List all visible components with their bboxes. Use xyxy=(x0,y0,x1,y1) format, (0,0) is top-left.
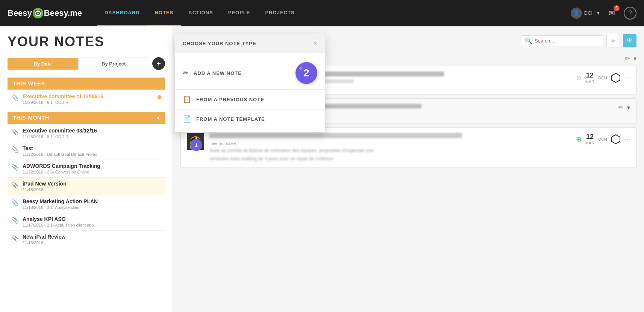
note-title: iPad New Version xyxy=(23,181,161,187)
note-title: Test xyxy=(23,145,161,151)
note-pin-icon: 📎 xyxy=(11,146,19,153)
collapse-card2-icon[interactable]: ▾ xyxy=(627,104,630,111)
note-pin-icon: 📎 xyxy=(11,181,19,189)
choose-note-type-modal: CHOOSE YOUR NOTE TYPE × ✏ ADD A NEW NOTE… xyxy=(175,34,325,132)
nav-item-people[interactable]: PEOPLE xyxy=(221,0,258,26)
chevron-down-icon: ▾ xyxy=(597,10,600,16)
this-week-section-header[interactable]: THIS WEEK xyxy=(8,78,165,90)
sidebar: YOUR NOTES By Date By Project + THIS WEE… xyxy=(0,26,173,312)
note-item-executive-committee[interactable]: 📎 Executive committee of 12/03/16 11/29/… xyxy=(8,90,165,108)
modal-body: ✏ ADD A NEW NOTE ⚡ 2 📋 FROM A PREVIOUS N… xyxy=(175,53,325,132)
copy-icon: 📋 xyxy=(183,95,191,103)
note-title: Executive committee 03/12/16 xyxy=(23,128,161,134)
card-date-3: 12 MAR xyxy=(585,133,594,145)
search-input-wrapper: 🔍 xyxy=(521,35,603,46)
note-info: iPad New Version 11/18/2016 xyxy=(23,181,161,192)
note-pin-icon: 📎 xyxy=(11,164,19,171)
modal-option-from-previous-label: FROM A PREVIOUS NOTE xyxy=(196,97,264,102)
card-icon-tasks: ☰ xyxy=(187,133,204,150)
note-pin-icon: 📎 xyxy=(11,94,19,101)
edit-card2-icon[interactable]: ✏ xyxy=(618,104,623,111)
modal-header: CHOOSE YOUR NOTE TYPE × xyxy=(175,34,325,53)
note-info: Test 11/22/2016 - Default Goal Default P… xyxy=(23,145,161,157)
card3-more-button[interactable]: ··· xyxy=(624,135,630,143)
list-item[interactable]: 📎 Analyse KPI ASO 11/17/2016 - 2.1- Acqu… xyxy=(8,213,165,231)
this-month-label: THIS MONTH xyxy=(13,115,49,121)
modal-option-add-new[interactable]: ✏ ADD A NEW NOTE ⚡ 2 xyxy=(175,57,325,90)
note-info: Beesy Marketing Action PLAN 11/18/2016 -… xyxy=(23,198,161,210)
note-title: Analyse KPI ASO xyxy=(23,216,161,222)
note-meta: 11/17/2016 - 2.1- Acquisition client app xyxy=(23,223,161,227)
help-button[interactable]: ? xyxy=(624,7,636,20)
list-item[interactable]: 📎 Beesy Marketing Action PLAN 11/18/2016… xyxy=(8,195,165,213)
card-more-button[interactable]: ··· xyxy=(624,74,630,82)
nav-item-notes[interactable]: NOTES xyxy=(147,0,181,26)
idea-label: Idée proposée : xyxy=(209,141,571,146)
nav-item-projects[interactable]: PROJECTS xyxy=(258,0,302,26)
view-icon-button[interactable]: 👁 xyxy=(623,34,636,47)
list-item[interactable]: 📎 iPad New Version 11/18/2016 xyxy=(8,178,165,195)
note-title: Beesy Marketing Action PLAN xyxy=(23,198,161,204)
this-month-section-header[interactable]: THIS MONTH ▾ xyxy=(8,112,165,124)
list-item[interactable]: 📎 ADWORDS Campaign Tracking 11/22/2016 -… xyxy=(8,160,165,178)
toggle-by-date-button[interactable]: By Date xyxy=(8,58,78,70)
collapse-icon: ▾ xyxy=(157,115,160,121)
svg-marker-5 xyxy=(612,135,620,144)
note-meta: 11/25/2016 - 6.1- CODIR xyxy=(23,134,161,139)
card-meta-2: ✏ ▾ xyxy=(618,104,630,111)
note-info: Executive committee 03/12/16 11/25/2016 … xyxy=(23,128,161,139)
user-label: DCH xyxy=(584,10,595,16)
top-navigation: Beesy 🐼 Beesy.me DASHBOARD NOTES ACTIONS… xyxy=(0,0,644,26)
note-pin-icon: 📎 xyxy=(11,199,19,206)
edit-icon-button[interactable]: ✏ xyxy=(606,34,620,47)
logo-face-icon: 🐼 xyxy=(33,8,43,18)
nav-menu: DASHBOARD NOTES ACTIONS PEOPLE PROJECTS xyxy=(97,0,302,26)
toggle-by-project-button[interactable]: By Project xyxy=(78,58,150,70)
add-dot-green-icon[interactable]: ⊕ xyxy=(576,135,582,143)
card-date: 12 MAR xyxy=(585,72,594,84)
nav-item-actions[interactable]: ACTIONS xyxy=(181,0,221,26)
logo-beesy-text: Beesy xyxy=(8,8,32,18)
search-input[interactable] xyxy=(535,38,591,44)
note-info: New iPad Review 11/16/2016 xyxy=(23,234,161,245)
note-pin-icon: 📎 xyxy=(11,128,19,135)
note-meta: 11/16/2016 xyxy=(23,240,161,245)
modal-close-button[interactable]: × xyxy=(313,40,317,47)
add-dot-icon[interactable]: ⊕ xyxy=(576,74,582,82)
nav-item-dashboard[interactable]: DASHBOARD xyxy=(97,0,147,26)
card-user-3: DCH xyxy=(598,137,607,142)
note-info: ADWORDS Campaign Tracking 11/22/2016 - 2… xyxy=(23,163,161,174)
card-meta-1: ⊕ 12 MAR DCH ··· xyxy=(576,72,630,84)
template-icon: 📄 xyxy=(183,115,191,123)
note-meta: 11/22/2016 - Default Goal Default Projec xyxy=(23,152,161,157)
collapse-card-icon[interactable]: ▾ xyxy=(633,55,636,62)
note-meta: 11/22/2016 - 2.3- Conversion Online xyxy=(23,170,161,174)
search-icon: 🔍 xyxy=(525,37,532,44)
list-item[interactable]: 📎 Executive committee 03/12/16 11/25/201… xyxy=(8,125,165,142)
page-title: YOUR NOTES xyxy=(8,34,165,50)
modal-option-from-template[interactable]: 📄 FROM A NOTE TEMPLATE xyxy=(175,110,325,128)
card3-description-1: Suite au constat de Baisse de motivation… xyxy=(209,147,571,154)
logo[interactable]: Beesy 🐼 Beesy.me xyxy=(8,8,82,18)
nav-right-area: 👤 DCH ▾ ✉ 5 ? xyxy=(571,7,636,20)
notification-badge: 5 xyxy=(614,5,620,11)
this-week-label: THIS WEEK xyxy=(13,81,45,87)
list-item[interactable]: 📎 Test 11/22/2016 - Default Goal Default… xyxy=(8,142,165,160)
note-meta: 11/18/2016 xyxy=(23,187,161,192)
svg-marker-2 xyxy=(612,73,620,82)
modal-title: CHOOSE YOUR NOTE TYPE xyxy=(183,41,256,46)
note-pin-icon: 📎 xyxy=(11,217,19,224)
notifications-button[interactable]: ✉ 5 xyxy=(605,7,618,20)
note-meta: 11/18/2016 - 3.1- Analyse client xyxy=(23,205,161,210)
list-item[interactable]: 📎 New iPad Review 11/16/2016 xyxy=(8,231,165,248)
card3-hex-icon xyxy=(611,134,621,145)
card-hex-icon xyxy=(611,73,621,83)
user-menu-button[interactable]: 👤 DCH ▾ xyxy=(571,8,600,19)
note-card-3: ☰ Idée proposée : Suite au constat de Ba… xyxy=(180,127,636,168)
add-note-button[interactable]: + xyxy=(152,57,165,70)
edit-card-icon[interactable]: ✏ xyxy=(625,55,630,62)
note-title: New iPad Review xyxy=(23,234,161,240)
card-meta-3: ⊕ 12 MAR DCH ··· xyxy=(576,133,630,145)
note-pin-icon: 📎 xyxy=(11,234,19,242)
modal-option-from-previous[interactable]: 📋 FROM A PREVIOUS NOTE xyxy=(175,90,325,109)
